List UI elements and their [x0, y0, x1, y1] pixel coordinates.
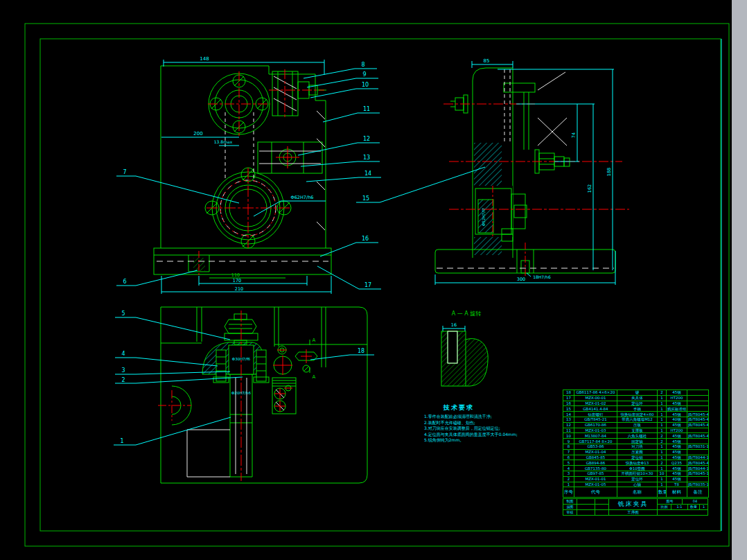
doc-type: 工序图: [608, 509, 658, 516]
title-block-blank: [577, 509, 595, 516]
section-dim-16: 16: [451, 322, 457, 328]
dim-188: 188: [606, 168, 612, 176]
bom-row: 18GB6117-86 4×6×20键245钢: [563, 390, 709, 396]
side-view: [435, 68, 615, 273]
bom-row: 6GB845-85定位销145钢JB/T8044-15: [563, 455, 709, 460]
tech-req-line: 4.定位面与夹具体底面间的垂直度不大于0.04mm;: [424, 432, 528, 438]
bom-row: 1MZX-01-05心轴1T8JB/T8035-10: [563, 482, 709, 487]
technical-requirements-title: 技术要求: [443, 403, 528, 412]
bom-row: 2MZX-01-01定位环145钢: [563, 476, 709, 482]
dim-148: 148: [200, 56, 209, 62]
bore-fit-label: Φ52H7/f7: [482, 207, 486, 226]
balloon-18: 18: [358, 348, 364, 354]
drawing-title: 铣床夹具: [608, 498, 658, 510]
bom-row: 17MZX-00-01夹具体1HT200: [563, 395, 709, 401]
bom-row: 12GB6170-86压板145钢JB/T8045-40: [563, 422, 709, 428]
fit-label-62: Φ62H7/h6: [291, 195, 314, 200]
balloon-17: 17: [364, 282, 371, 288]
balloon-16: 16: [362, 236, 369, 242]
balloon-leader-lines: [114, 69, 485, 445]
section-label: A — A 旋转: [452, 310, 482, 317]
balloon-8: 8: [361, 62, 364, 68]
title-block-label-check: 审核: [563, 509, 577, 516]
balloon-10: 10: [362, 82, 369, 88]
balloon-5: 5: [121, 310, 125, 317]
bom-row: 7MZX-01-04压紧圈145钢: [563, 449, 709, 455]
balloon-14: 14: [364, 170, 371, 177]
front-view: [154, 66, 331, 274]
side-view-white-lines: [437, 69, 614, 268]
technical-requirements: 技术要求 1.零件在装配前必须清理和清洗干净;2.装配时不允许磕碰、划伤;3.对…: [424, 403, 528, 444]
bom-header-row: 序号代号名称数量材料备注: [563, 487, 709, 498]
section-mark-a-top: A: [313, 338, 316, 343]
balloon-3: 3: [121, 367, 125, 374]
balloon-15: 15: [362, 195, 369, 202]
cad-viewer-canvas: 148 200 13.8max 110 170 210 Φ62H7/h6: [0, 0, 747, 560]
dim-138max: 13.8max: [214, 139, 233, 144]
fit-label-20: Φ20H7/h6: [231, 391, 251, 395]
bom-table: 18GB6117-86 4×6×20键245钢17MZX-00-01夹具体1HT…: [563, 390, 709, 498]
dim-300: 300: [517, 277, 525, 282]
balloon-2: 2: [121, 377, 125, 383]
fit-label-30: Φ30H7/f6: [232, 357, 251, 361]
bom-row: 3GB97-85开槽圆柱销10×301045钢JB/T8045-18: [563, 471, 709, 476]
slot-fit-label: 18H7/h6: [533, 274, 551, 279]
title-block-blank: [595, 509, 609, 516]
balloon-9: 9: [362, 71, 366, 78]
bom-row: 4GB7135-80Φ10垫圈145钢JB/T8044-15: [563, 466, 709, 471]
side-view-centerlines: [443, 104, 629, 277]
section-mark-a-bottom: A: [313, 374, 316, 380]
title-block-blank: [657, 509, 708, 516]
dim-85: 85: [484, 58, 490, 64]
bom-row: 10M13807-84六角头螺栓245钢JB/T8045-40: [563, 433, 709, 439]
section-a-a: A — A 旋转 16: [441, 310, 488, 386]
bom-row: 15GB4141.4-84手柄1购买标准组: [563, 406, 709, 412]
front-view-centerlines: [199, 69, 324, 276]
balloon-12: 12: [363, 136, 370, 142]
tech-req-line: 3.对刀块应在安装调整后，用定位销定位;: [424, 426, 528, 432]
bom-row: 8GB53-86对刀块145钢JB/T8031-14: [563, 444, 709, 449]
dim-170: 170: [233, 278, 241, 283]
tech-req-line: 1.零件在装配前必须清理和清洗干净;: [424, 414, 528, 420]
bom-row: 11MZX-01-03支撑板1HT200: [563, 428, 709, 433]
balloon-13: 13: [363, 155, 370, 161]
balloon-4: 4: [121, 351, 125, 357]
bottom-view-centerlines: [158, 310, 312, 481]
dim-210: 210: [235, 286, 243, 292]
balloon-11: 11: [363, 106, 370, 112]
dim-110: 110: [231, 272, 240, 278]
dim-162: 162: [587, 184, 592, 193]
bom-row: 5GB894-86快换钻套Φ132Q235JB/T8045-40: [563, 460, 709, 466]
balloon-1: 1: [120, 438, 123, 444]
dim-74: 74: [571, 132, 577, 138]
bom-row: 16MZX-01-02定位环145钢: [563, 401, 709, 406]
technical-requirements-lines: 1.零件在装配前必须清理和清洗干净;2.装配时不允许磕碰、划伤;3.对刀块应在安…: [424, 414, 528, 444]
balloon-6: 6: [123, 279, 126, 285]
bottom-view: [161, 307, 367, 483]
viewer-scrollbar[interactable]: [732, 0, 747, 560]
bom-row: 9GB7117-84 8×20固定轴245钢: [563, 439, 709, 444]
bom-row: 13GB/T845-21带肩六角螺母M12140钢JB/T8045-40: [563, 417, 709, 422]
side-view-dimensions: [435, 61, 615, 285]
balloon-7: 7: [123, 169, 126, 175]
tech-req-line: 2.装配时不允许磕碰、划伤;: [424, 420, 528, 426]
dim-200: 200: [193, 131, 202, 137]
tech-req-line: 5.锐角倒钝为2mm。: [424, 437, 528, 444]
bom-row: 14钻套螺钉快换钻套固定4×60145钢JB/T8045-40: [563, 412, 709, 417]
